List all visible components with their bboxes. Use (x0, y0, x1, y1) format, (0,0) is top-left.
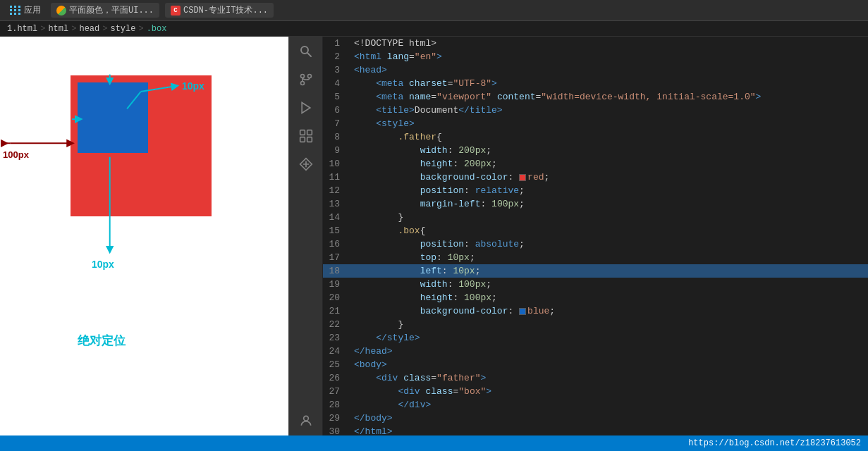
line-content: <title>Document</title> (351, 104, 868, 117)
line-content: left: 10px; (351, 264, 868, 278)
line-content: <!DOCTYPE html> (351, 37, 868, 50)
line-content: <html lang="en"> (351, 50, 868, 63)
line-content: <head> (351, 63, 868, 77)
breadcrumb-sep3: > (102, 24, 107, 34)
line-content: background-color: red; (351, 171, 868, 184)
svg-point-10 (300, 82, 304, 85)
code-line-28: 28 </div> (323, 398, 868, 412)
demo-box (78, 82, 148, 153)
code-line-13: 13 margin-left: 100px; (323, 197, 868, 211)
breadcrumb-sep1: > (40, 24, 45, 34)
activity-icon-run[interactable] (294, 96, 318, 120)
ann-10px-bottom: 10px (92, 259, 114, 270)
code-line-23: 23 </style> (323, 331, 868, 345)
line-content: } (351, 318, 868, 331)
ann-10px-top: 10px (182, 80, 204, 92)
line-number: 16 (323, 237, 351, 251)
line-content: } (351, 211, 868, 224)
line-number: 3 (323, 63, 351, 77)
line-content: <div class="father"> (351, 371, 868, 385)
line-content: width: 100px; (351, 278, 868, 291)
line-content: </div> (351, 398, 868, 412)
ann-100px: 100px (3, 149, 29, 160)
line-number: 4 (323, 77, 351, 90)
line-content: .father{ (351, 130, 868, 144)
code-line-2: 2<html lang="en"> (323, 50, 868, 63)
svg-rect-15 (300, 137, 305, 142)
svg-line-8 (307, 53, 311, 56)
line-content: position: absolute; (351, 237, 868, 251)
status-bar: https://blog.csdn.net/z18237613052 (0, 435, 868, 451)
line-number: 30 (323, 425, 351, 435)
code-line-15: 15 .box{ (323, 224, 868, 237)
activity-icon-search[interactable] (294, 39, 318, 63)
breadcrumb-sep4: > (138, 24, 143, 34)
code-line-27: 27 <div class="box"> (323, 385, 868, 398)
code-line-14: 14 } (323, 211, 868, 224)
line-number: 24 (323, 345, 351, 358)
line-content: background-color: blue; (351, 304, 868, 318)
svg-point-11 (307, 75, 311, 78)
main-area: 10px 100px 10px 绝对定位 (0, 37, 868, 435)
status-url: https://blog.csdn.net/z18237613052 (688, 438, 861, 448)
code-line-19: 19 width: 100px; (323, 278, 868, 291)
activity-icon-account[interactable] (294, 409, 318, 433)
code-line-26: 26 <div class="father"> (323, 371, 868, 385)
activity-bar (289, 37, 323, 435)
breadcrumb-html[interactable]: html (48, 24, 68, 34)
line-number: 29 (323, 412, 351, 425)
breadcrumb-file[interactable]: 1.html (7, 24, 37, 34)
svg-rect-14 (307, 130, 312, 135)
line-number: 17 (323, 251, 351, 264)
line-content: position: relative; (351, 184, 868, 197)
line-content: height: 200px; (351, 157, 868, 171)
code-line-21: 21 background-color: blue; (323, 304, 868, 318)
code-line-9: 9 width: 200px; (323, 144, 868, 157)
breadcrumb-sep2: > (71, 24, 76, 34)
preview-panel: 10px 100px 10px 绝对定位 (0, 37, 289, 435)
line-number: 5 (323, 90, 351, 104)
top-bar: 应用 平面颜色，平面UI... C CSDN-专业IT技术... (0, 0, 868, 21)
code-line-4: 4 <meta charset="UTF-8"> (323, 77, 868, 90)
tab-flat-colors[interactable]: 平面颜色，平面UI... (51, 3, 159, 18)
code-line-1: 1<!DOCTYPE html> (323, 37, 868, 50)
activity-icon-git[interactable] (294, 152, 318, 176)
demo-father (71, 75, 212, 216)
code-line-11: 11 background-color: red; (323, 171, 868, 184)
line-number: 19 (323, 278, 351, 291)
line-number: 9 (323, 144, 351, 157)
line-content: top: 10px; (351, 251, 868, 264)
line-number: 14 (323, 211, 351, 224)
line-number: 28 (323, 398, 351, 412)
code-line-7: 7 <style> (323, 117, 868, 130)
activity-icon-extensions[interactable] (294, 124, 318, 148)
svg-rect-16 (307, 137, 312, 142)
tab-csdn[interactable]: C CSDN-专业IT技术... (165, 3, 274, 18)
breadcrumb: 1.html > html > head > style > .box (0, 21, 868, 37)
apps-button[interactable]: 应用 (6, 3, 45, 18)
code-line-20: 20 height: 100px; (323, 291, 868, 304)
code-line-10: 10 height: 200px; (323, 157, 868, 171)
line-content: <meta name="viewport" content="width=dev… (351, 90, 868, 104)
code-line-6: 6 <title>Document</title> (323, 104, 868, 117)
breadcrumb-style[interactable]: style (110, 24, 135, 34)
line-number: 15 (323, 224, 351, 237)
svg-point-9 (300, 75, 304, 78)
tab2-label: CSDN-专业IT技术... (183, 4, 268, 16)
code-line-16: 16 position: absolute; (323, 237, 868, 251)
code-line-18: 18 left: 10px; (323, 264, 868, 278)
svg-point-17 (303, 416, 308, 421)
activity-icon-source-control[interactable] (294, 68, 318, 92)
line-number: 18 (323, 264, 351, 278)
line-number: 1 (323, 37, 351, 50)
code-line-24: 24</head> (323, 345, 868, 358)
code-line-3: 3<head> (323, 63, 868, 77)
breadcrumb-head[interactable]: head (79, 24, 99, 34)
code-editor[interactable]: 1<!DOCTYPE html>2<html lang="en">3<head>… (323, 37, 868, 435)
code-line-30: 30</html> (323, 425, 868, 435)
line-number: 20 (323, 291, 351, 304)
line-number: 6 (323, 104, 351, 117)
breadcrumb-selector[interactable]: .box (147, 24, 167, 34)
line-content: <body> (351, 358, 868, 371)
line-number: 7 (323, 117, 351, 130)
